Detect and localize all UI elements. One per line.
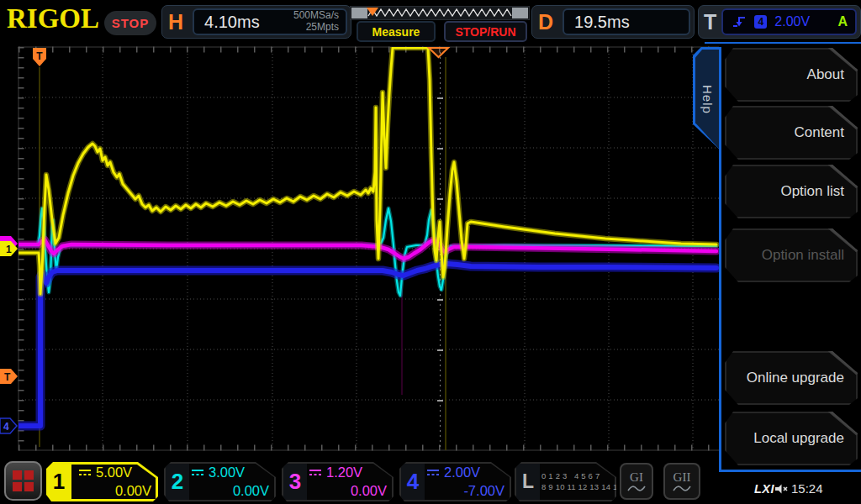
stop-run-button[interactable]: STOP/RUN	[444, 21, 527, 42]
h-label: H	[162, 10, 189, 34]
trigger-source-badge: 4	[754, 15, 767, 29]
sample-rate: 500MSa/s	[293, 9, 339, 21]
grid-icon	[13, 470, 34, 491]
sine-icon	[673, 485, 691, 492]
svg-text:4: 4	[3, 421, 9, 433]
channel-box-3[interactable]: 3 1.20V 0.00V	[282, 462, 394, 501]
delay-group[interactable]: D 19.5ms	[531, 5, 695, 39]
d-value: 19.5ms	[564, 13, 630, 32]
channel-4-number: 4	[401, 464, 425, 500]
trigger-level-value: 2.00V	[774, 14, 810, 29]
ch4-ground-marker[interactable]: 4	[0, 418, 17, 433]
menu-item-option-list[interactable]: Option list	[725, 165, 858, 218]
channel-3-offset: 0.00V	[309, 483, 387, 499]
t-label: T	[699, 10, 721, 34]
sine-icon	[627, 485, 646, 492]
svg-text:1: 1	[6, 244, 12, 255]
channel-box-2[interactable]: 2 3.00V 0.00V	[164, 462, 276, 501]
channel-3-number: 3	[283, 464, 307, 500]
top-status-bar: RIGOL STOP H 4.10ms 500MSa/s 25Mpts Meas…	[0, 0, 861, 42]
help-tab-label: Help	[700, 85, 715, 114]
trigger-value-box: 4 2.00V A	[721, 8, 857, 35]
h-scale-value: 4.10ms	[194, 13, 260, 32]
coupling-dc-icon	[426, 469, 440, 476]
menu-border-bottom	[719, 470, 861, 472]
d-label: D	[532, 10, 559, 34]
coupling-dc-icon	[78, 469, 92, 476]
trigger-group[interactable]: T 4 2.00V A	[698, 5, 861, 39]
channel-1-offset: 0.00V	[78, 483, 151, 499]
channel-2-number: 2	[166, 464, 189, 500]
menu-item-content[interactable]: Content	[725, 106, 858, 160]
gen1-box[interactable]: GI	[620, 463, 653, 500]
h-value-box: 4.10ms 500MSa/s 25Mpts	[193, 8, 347, 35]
channel-4-offset: -7.00V	[426, 483, 504, 499]
svg-text:T: T	[36, 50, 43, 62]
channel-1-scale: 5.00V	[96, 465, 132, 480]
channel-box-1[interactable]: 1 5.00V 0.00V	[46, 462, 158, 501]
gen1-label: GI	[630, 470, 643, 485]
trigger-level-marker[interactable]: T	[0, 369, 18, 384]
lxi-badge: LXI	[754, 482, 774, 496]
brand-logo: RIGOL	[7, 3, 99, 34]
d-value-box: 19.5ms	[563, 8, 690, 35]
trigger-sweep-mode: A	[837, 14, 855, 29]
gen2-label: GII	[673, 470, 691, 485]
clock: 15:24	[791, 481, 823, 496]
run-state-badge: STOP	[104, 11, 156, 35]
speaker-muted-icon	[774, 483, 789, 495]
measure-button[interactable]: Measure	[357, 21, 436, 42]
svg-text:T: T	[4, 371, 11, 383]
menu-grid-button[interactable]	[4, 461, 42, 501]
menu-border-left	[719, 148, 721, 472]
coupling-dc-icon	[309, 469, 322, 476]
acquisition-info: 500MSa/s 25Mpts	[293, 10, 346, 34]
menu-item-option-install[interactable]: Option install	[725, 228, 858, 282]
channel-4-scale: 2.00V	[444, 465, 480, 480]
la-label: L	[516, 464, 540, 500]
trigger-slope-icon	[732, 15, 747, 29]
horizontal-position-bar[interactable]	[350, 6, 530, 20]
menu-item-about[interactable]: About	[725, 48, 858, 102]
gen2-box[interactable]: GII	[663, 463, 700, 500]
la-channels-row1: 0 1 2 3 4 5 6 7	[541, 471, 610, 482]
channel-2-scale: 3.00V	[209, 465, 245, 480]
logic-analyzer-box[interactable]: L 0 1 2 3 4 5 6 7 8 9 10 11 12 13 14 15	[515, 462, 616, 501]
channel-box-4[interactable]: 4 2.00V -7.00V	[399, 462, 511, 501]
channel-1-number: 1	[46, 462, 71, 501]
channel-2-offset: 0.00V	[191, 483, 269, 499]
menu-item-online-upgrade[interactable]: Online upgrade	[725, 351, 858, 405]
menu-item-local-upgrade[interactable]: Local upgrade	[725, 412, 858, 465]
la-channels-row2: 8 9 10 11 12 13 14 15	[541, 482, 610, 493]
channel-3-scale: 1.20V	[326, 465, 362, 480]
coupling-dc-icon	[191, 469, 204, 476]
memory-depth: 25Mpts	[306, 21, 339, 33]
oscilloscope-screen: T 1 T 4 RIGOL STOP H 4.10ms	[0, 0, 861, 504]
horizontal-group[interactable]: H 4.10ms 500MSa/s 25Mpts	[161, 5, 351, 39]
